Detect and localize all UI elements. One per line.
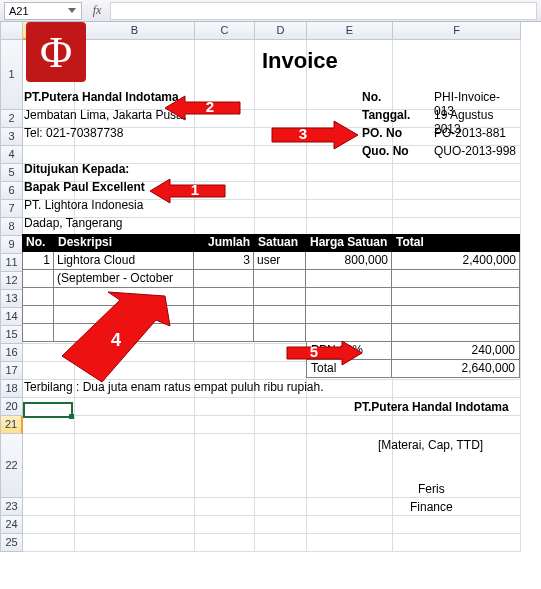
- cell[interactable]: [307, 200, 393, 218]
- cell-qty[interactable]: 3: [194, 252, 254, 270]
- cell[interactable]: [255, 164, 307, 182]
- select-all-corner[interactable]: [1, 22, 23, 40]
- cell[interactable]: [75, 416, 195, 434]
- cell-qty[interactable]: [194, 288, 254, 306]
- cell[interactable]: [75, 498, 195, 516]
- row-header-18[interactable]: 18: [1, 380, 23, 398]
- cell-total[interactable]: [392, 288, 520, 306]
- cell[interactable]: [255, 434, 307, 498]
- cell-total[interactable]: 2,400,000: [392, 252, 520, 270]
- cell[interactable]: [255, 516, 307, 534]
- cell[interactable]: [255, 398, 307, 416]
- cell-no[interactable]: [22, 270, 54, 288]
- cell[interactable]: [255, 182, 307, 200]
- cell[interactable]: [307, 516, 393, 534]
- col-header-F[interactable]: F: [393, 22, 521, 40]
- cell-no[interactable]: [22, 324, 54, 342]
- cell-qty[interactable]: [194, 324, 254, 342]
- row-header-15[interactable]: 15: [1, 326, 23, 344]
- row-header-13[interactable]: 13: [1, 290, 23, 308]
- cell[interactable]: [255, 416, 307, 434]
- cell-price[interactable]: [306, 288, 392, 306]
- cell[interactable]: [195, 434, 255, 498]
- row-header-16[interactable]: 16: [1, 344, 23, 362]
- row-header-22[interactable]: 22: [1, 434, 23, 498]
- row-header-8[interactable]: 8: [1, 218, 23, 236]
- cell[interactable]: [307, 416, 393, 434]
- row-header-2[interactable]: 2: [1, 110, 23, 128]
- cell-total[interactable]: [392, 324, 520, 342]
- row-header-1[interactable]: 1: [1, 40, 23, 110]
- cell[interactable]: [195, 398, 255, 416]
- name-box[interactable]: A21: [4, 2, 82, 20]
- row-header-17[interactable]: 17: [1, 362, 23, 380]
- cell-desc[interactable]: Lightora Cloud Subscription: [54, 252, 194, 270]
- cell[interactable]: [393, 380, 521, 398]
- cell-qty[interactable]: [194, 270, 254, 288]
- cell-unit[interactable]: user: [254, 252, 306, 270]
- row-header-9[interactable]: 9: [1, 236, 23, 254]
- cell[interactable]: [75, 434, 195, 498]
- row-header-6[interactable]: 6: [1, 182, 23, 200]
- col-header-C[interactable]: C: [195, 22, 255, 40]
- cell[interactable]: [307, 182, 393, 200]
- cell-no[interactable]: 1: [22, 252, 54, 270]
- chevron-down-icon[interactable]: [67, 6, 77, 16]
- cell[interactable]: [393, 164, 521, 182]
- cell[interactable]: [75, 534, 195, 552]
- cell[interactable]: [255, 498, 307, 516]
- row-header-24[interactable]: 24: [1, 516, 23, 534]
- cell[interactable]: [393, 534, 521, 552]
- cell[interactable]: [393, 516, 521, 534]
- row-header-12[interactable]: 12: [1, 272, 23, 290]
- cell[interactable]: [307, 164, 393, 182]
- cell[interactable]: [393, 200, 521, 218]
- cell[interactable]: [255, 534, 307, 552]
- cell[interactable]: [393, 182, 521, 200]
- cell-qty[interactable]: [194, 306, 254, 324]
- cell-unit[interactable]: [254, 288, 306, 306]
- cell-price[interactable]: 800,000: [306, 252, 392, 270]
- row-header-7[interactable]: 7: [1, 200, 23, 218]
- row-header-5[interactable]: 5: [1, 164, 23, 182]
- cell-price[interactable]: [306, 306, 392, 324]
- cell[interactable]: [75, 516, 195, 534]
- col-header-B[interactable]: B: [75, 22, 195, 40]
- cell-no[interactable]: [22, 288, 54, 306]
- cell[interactable]: [307, 498, 393, 516]
- row-header-14[interactable]: 14: [1, 308, 23, 326]
- cell[interactable]: [195, 516, 255, 534]
- cell[interactable]: [195, 534, 255, 552]
- cell-total[interactable]: [392, 270, 520, 288]
- cell[interactable]: [255, 200, 307, 218]
- cell-no[interactable]: [22, 306, 54, 324]
- col-header-D[interactable]: D: [255, 22, 307, 40]
- row-header-20[interactable]: 20: [1, 398, 23, 416]
- cell-unit[interactable]: [254, 306, 306, 324]
- cell[interactable]: [23, 416, 75, 434]
- row-header-21[interactable]: 21: [1, 416, 23, 434]
- cell[interactable]: [23, 498, 75, 516]
- col-header-E[interactable]: E: [307, 22, 393, 40]
- cell[interactable]: [307, 534, 393, 552]
- cell[interactable]: [23, 434, 75, 498]
- cell[interactable]: [195, 128, 255, 146]
- cell[interactable]: [23, 534, 75, 552]
- cell[interactable]: [23, 398, 75, 416]
- cell-desc[interactable]: (September - October 2013): [54, 270, 194, 288]
- formula-input[interactable]: [110, 2, 537, 20]
- cell-unit[interactable]: [254, 270, 306, 288]
- row-header-23[interactable]: 23: [1, 498, 23, 516]
- row-header-25[interactable]: 25: [1, 534, 23, 552]
- cell-total[interactable]: [392, 306, 520, 324]
- cell-price[interactable]: [306, 270, 392, 288]
- row-header-4[interactable]: 4: [1, 146, 23, 164]
- cell[interactable]: [195, 498, 255, 516]
- cell[interactable]: [23, 516, 75, 534]
- row-header-11[interactable]: 11: [1, 254, 23, 272]
- row-header-3[interactable]: 3: [1, 128, 23, 146]
- cell[interactable]: [393, 416, 521, 434]
- cell[interactable]: [195, 416, 255, 434]
- cell[interactable]: [75, 398, 195, 416]
- fx-icon[interactable]: fx: [88, 2, 106, 20]
